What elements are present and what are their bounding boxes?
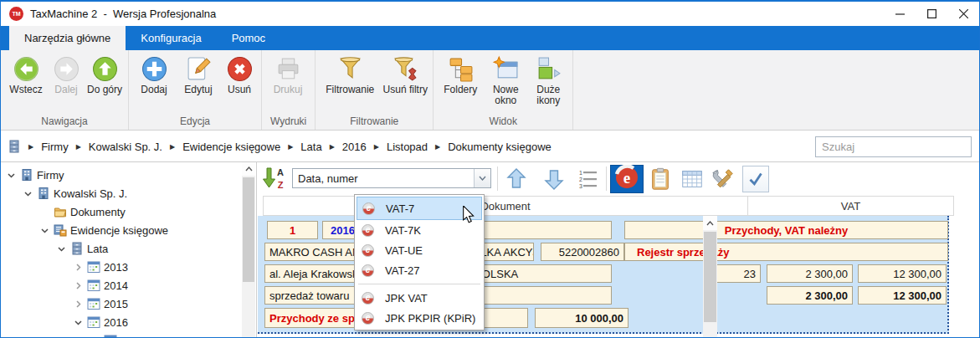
- minimize-button[interactable]: [884, 2, 916, 26]
- menu-item-jpk-pkpir[interactable]: e JPK PKPIR (KPiR): [357, 308, 482, 328]
- vat-gross-cell[interactable]: 12 300,00: [858, 264, 947, 283]
- tree-item-ewidencje-ksiegowe[interactable]: Ewidencje księgowe: [39, 221, 168, 239]
- filtrowanie-button[interactable]: Filtrowanie: [319, 53, 381, 95]
- chevron-right-icon[interactable]: [73, 262, 84, 273]
- ribbon-group-nawigacja: Wstecz Dalej Do góry Nawigacja: [1, 50, 129, 130]
- scrollbar-thumb[interactable]: [243, 177, 254, 282]
- usun-button[interactable]: Usuń: [221, 53, 258, 95]
- tree-item-lata[interactable]: Lata: [56, 239, 108, 258]
- scrollbar-thumb[interactable]: [704, 232, 716, 322]
- menu-item-vatue[interactable]: e VAT-UE: [357, 240, 482, 260]
- button-label: Dodaj: [141, 84, 167, 95]
- group-label: Nawigacja: [1, 115, 128, 130]
- search-input[interactable]: [815, 136, 972, 157]
- tree-item-label: 2013: [104, 261, 128, 274]
- tree-item-2014[interactable]: 2014: [73, 276, 128, 294]
- nowe-okno-button[interactable]: Nowe okno: [484, 53, 527, 106]
- edeclaration-icon: e: [614, 165, 639, 193]
- column-header-vat[interactable]: VAT: [747, 196, 954, 216]
- grid-icon[interactable]: [679, 166, 705, 192]
- column-header-dokument[interactable]: Dokument: [263, 196, 748, 216]
- breadcrumb-item-kowalski[interactable]: Kowalski Sp. J.: [89, 141, 162, 153]
- move-up-icon[interactable]: [503, 166, 530, 192]
- back-circle-icon: [13, 54, 40, 84]
- ribbon-group-wydruki: Drukuj Wydruki: [262, 50, 316, 130]
- button-label: Foldery: [444, 84, 477, 95]
- chevron-down-icon[interactable]: [56, 243, 67, 254]
- tree-item-label: Kowalski Sp. J.: [54, 187, 127, 200]
- edeclaration-button[interactable]: e: [610, 165, 644, 193]
- button-label: Usuń filtry: [383, 84, 428, 95]
- scroll-up-icon[interactable]: [242, 162, 255, 176]
- menu-item-vat27[interactable]: e VAT-27: [357, 260, 482, 280]
- doc-nip-cell[interactable]: 5220002860: [541, 243, 624, 261]
- group-label: Edycja: [129, 115, 261, 130]
- maximize-button[interactable]: [916, 2, 947, 26]
- breadcrumb-item-lata[interactable]: Lata: [300, 141, 321, 153]
- foldery-button[interactable]: Foldery: [437, 53, 484, 95]
- drukuj-button: Drukuj: [265, 53, 310, 95]
- usun-filtry-button[interactable]: Usuń filtry: [381, 53, 429, 95]
- move-down-icon[interactable]: [541, 166, 567, 192]
- calendar-icon: [87, 260, 100, 274]
- chevron-right-icon[interactable]: [73, 280, 84, 291]
- vat-gross-sum-cell: 12 300,00: [858, 286, 947, 305]
- company-icon: [37, 187, 50, 200]
- tree-item-2015[interactable]: 2015: [73, 294, 128, 313]
- tree-item-2016[interactable]: 2016: [73, 313, 128, 331]
- breadcrumb-arrow-icon: ▶: [76, 143, 81, 151]
- tree-item-label: Dokumenty: [70, 206, 126, 218]
- chevron-right-icon[interactable]: [73, 299, 84, 310]
- ribbon-group-widok: Foldery Nowe okno Duże ikony Widok: [434, 50, 573, 130]
- breadcrumb-arrow-icon: ▶: [330, 143, 335, 151]
- tab-narzedzia-glowne[interactable]: Narzędzia główne: [9, 26, 126, 50]
- dodaj-button[interactable]: Dodaj: [132, 53, 176, 95]
- doc-amount-cell[interactable]: 10 000,00: [535, 308, 629, 328]
- breadcrumb-item-2016[interactable]: 2016: [342, 141, 367, 153]
- menu-item-label: JPK PKPIR (KPiR): [385, 312, 475, 325]
- tree-item-kowalski[interactable]: Kowalski Sp. J.: [23, 184, 127, 202]
- chevron-right-icon[interactable]: [90, 335, 100, 338]
- chevron-down-icon[interactable]: [39, 225, 50, 236]
- sort-order-select[interactable]: Data, numer: [292, 168, 491, 188]
- do-gory-button[interactable]: Do góry: [85, 53, 125, 95]
- calendar-icon: [87, 297, 100, 310]
- vat-amount-cell[interactable]: 2 300,00: [767, 264, 853, 283]
- new-window-icon: [492, 54, 520, 84]
- menu-item-jpk-vat[interactable]: e JPK VAT: [357, 288, 482, 308]
- clipboard-icon[interactable]: [647, 166, 674, 192]
- tree-item-label: 2016: [104, 316, 128, 329]
- tree-item-2013[interactable]: 2013: [73, 258, 128, 276]
- tree-item-firmy[interactable]: Firmy: [6, 166, 64, 184]
- doc-lp-cell[interactable]: 1: [267, 221, 318, 239]
- tools-icon[interactable]: [709, 166, 736, 192]
- breadcrumb-item-dokumenty-ksiegowe[interactable]: Dokumenty księgowe: [448, 141, 552, 153]
- sort-az-icon[interactable]: AZ: [261, 166, 288, 192]
- wstecz-button[interactable]: Wstecz: [4, 53, 48, 95]
- tree-item-label: Ewidencje księgowe: [70, 224, 168, 237]
- list-scrollbar[interactable]: [703, 216, 717, 337]
- tab-pomoc[interactable]: Pomoc: [217, 26, 280, 50]
- menu-item-label: JPK VAT: [385, 292, 428, 305]
- printer-icon: [275, 54, 302, 84]
- tree-item-sierpien[interactable]: Sierpień: [90, 331, 161, 337]
- tree-scrollbar[interactable]: [242, 162, 255, 337]
- edeclaration-icon: e: [362, 312, 374, 325]
- breadcrumb-item-listopad[interactable]: Listopad: [387, 141, 428, 153]
- tab-konfiguracja[interactable]: Konfiguracja: [126, 26, 216, 50]
- close-button[interactable]: [947, 2, 979, 26]
- chevron-down-icon[interactable]: [73, 317, 84, 328]
- chevron-down-icon[interactable]: [23, 188, 33, 199]
- numbered-list-icon[interactable]: 123: [574, 166, 601, 192]
- check-icon[interactable]: [742, 166, 769, 192]
- duze-ikony-button[interactable]: Duże ikony: [527, 53, 569, 106]
- combo-chevron-icon[interactable]: [474, 169, 490, 187]
- breadcrumb-item-ewidencje[interactable]: Ewidencje księgowe: [182, 141, 280, 153]
- breadcrumb-item-firmy[interactable]: Firmy: [41, 141, 69, 153]
- scroll-up-icon[interactable]: [703, 216, 717, 230]
- tree-item-dokumenty[interactable]: Dokumenty: [54, 202, 126, 221]
- chevron-down-icon[interactable]: [6, 170, 17, 181]
- title-bar: TM TaxMachine 2 - Wersja Profesjonalna: [1, 2, 979, 26]
- breadcrumb-arrow-icon: ▶: [435, 143, 440, 151]
- edytuj-button[interactable]: Edytuj: [176, 53, 221, 95]
